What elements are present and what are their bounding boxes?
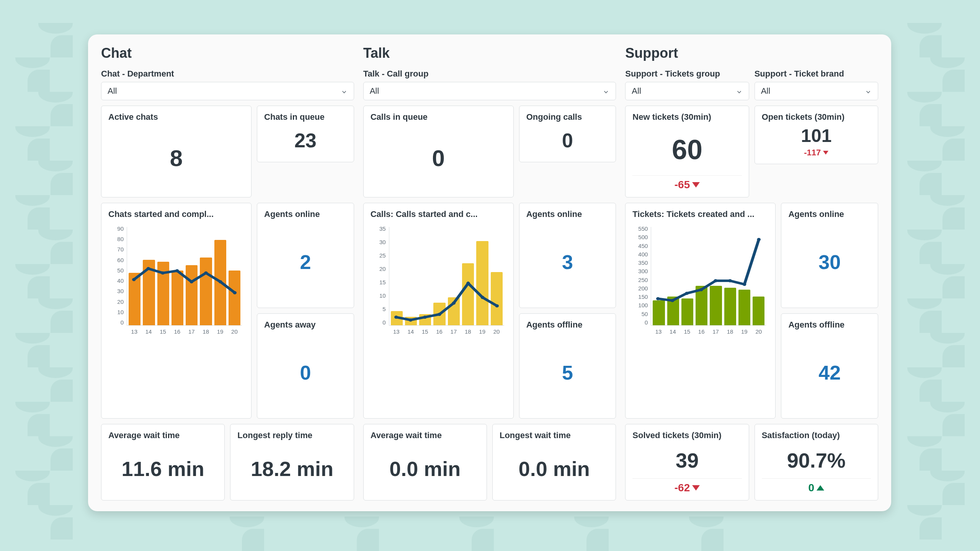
ongoing-calls-label: Ongoing calls	[526, 112, 609, 122]
talk-agents-offline-label: Agents offline	[526, 320, 609, 330]
ongoing-calls-value: 0	[526, 125, 609, 156]
chat-avg-wait-value: 11.6 min	[108, 443, 217, 494]
solved-tickets-label: Solved tickets (30min)	[632, 430, 742, 440]
support-chart-title: Tickets: Tickets created and ...	[632, 209, 768, 219]
triangle-down-icon	[692, 182, 700, 187]
talk-avg-wait-value: 0.0 min	[371, 443, 480, 494]
talk-title: Talk	[363, 45, 616, 61]
ongoing-calls-card: Ongoing calls 0	[519, 106, 616, 162]
open-tickets-delta: -117	[762, 148, 871, 158]
chat-agents-online-card: Agents online 2	[257, 203, 354, 308]
talk-filter-label: Talk - Call group	[363, 69, 616, 79]
calls-in-queue-label: Calls in queue	[371, 112, 506, 122]
chat-longest-reply-label: Longest reply time	[237, 430, 346, 440]
talk-chart-title: Calls: Calls started and c...	[371, 209, 506, 219]
chat-chart-card: Chats started and compl... 9080706050403…	[101, 203, 252, 419]
new-tickets-card: New tickets (30min) 60 -65	[625, 106, 749, 197]
chat-department-value: All	[108, 86, 117, 96]
chat-longest-reply-value: 18.2 min	[237, 443, 346, 494]
talk-chart: 353025201510501314151617181920	[371, 225, 506, 336]
open-tickets-value: 101	[762, 125, 871, 146]
support-filter2-value: All	[761, 86, 770, 96]
support-tickets-group-select[interactable]: All	[625, 82, 749, 100]
satisfaction-card: Satisfaction (today) 90.7% 0	[755, 424, 878, 500]
support-title: Support	[625, 45, 878, 61]
solved-tickets-value: 39	[632, 443, 742, 477]
talk-section: Talk Talk - Call group All Calls in queu…	[363, 45, 616, 500]
calls-in-queue-card: Calls in queue 0	[363, 106, 514, 197]
dashboard-panel: Chat Chat - Department All Active chats …	[88, 34, 891, 511]
chevron-down-icon	[603, 88, 609, 95]
talk-avg-wait-label: Average wait time	[371, 430, 480, 440]
chat-filter-label: Chat - Department	[101, 69, 354, 79]
active-chats-value: 8	[108, 125, 244, 191]
chat-agents-away-card: Agents away 0	[257, 313, 354, 419]
chat-department-select[interactable]: All	[101, 82, 354, 100]
support-agents-offline-value: 42	[788, 333, 871, 412]
talk-longest-wait-card: Longest wait time 0.0 min	[492, 424, 616, 500]
chat-agents-away-label: Agents away	[264, 320, 347, 330]
active-chats-card: Active chats 8	[101, 106, 252, 197]
support-ticket-brand-select[interactable]: All	[755, 82, 878, 100]
chats-in-queue-card: Chats in queue 23	[257, 106, 354, 162]
chat-longest-reply-card: Longest reply time 18.2 min	[230, 424, 354, 500]
support-filter1-value: All	[632, 86, 641, 96]
new-tickets-delta: -65	[632, 175, 742, 191]
support-agents-online-value: 30	[788, 222, 871, 302]
chevron-down-icon	[865, 88, 872, 95]
solved-tickets-card: Solved tickets (30min) 39 -62	[625, 424, 749, 500]
open-tickets-label: Open tickets (30min)	[762, 112, 871, 122]
talk-agents-offline-value: 5	[526, 333, 609, 412]
calls-in-queue-value: 0	[371, 125, 506, 191]
talk-longest-wait-label: Longest wait time	[500, 430, 609, 440]
chevron-down-icon	[341, 88, 348, 95]
triangle-down-icon	[692, 485, 700, 491]
support-agents-offline-card: Agents offline 42	[781, 313, 878, 419]
chat-agents-online-value: 2	[264, 222, 347, 302]
support-chart-card: Tickets: Tickets created and ... 5505004…	[625, 203, 776, 419]
chat-agents-online-label: Agents online	[264, 209, 347, 219]
chats-in-queue-label: Chats in queue	[264, 112, 347, 122]
active-chats-label: Active chats	[108, 112, 244, 122]
chat-agents-away-value: 0	[264, 333, 347, 412]
talk-agents-online-value: 3	[526, 222, 609, 302]
talk-agents-online-label: Agents online	[526, 209, 609, 219]
open-tickets-card: Open tickets (30min) 101 -117	[755, 106, 878, 164]
support-agents-online-label: Agents online	[788, 209, 871, 219]
solved-tickets-delta: -62	[632, 478, 742, 494]
talk-agents-offline-card: Agents offline 5	[519, 313, 616, 419]
talk-chart-card: Calls: Calls started and c... 3530252015…	[363, 203, 514, 419]
support-section: Support Support - Tickets group All Supp…	[625, 45, 878, 500]
satisfaction-label: Satisfaction (today)	[762, 430, 871, 440]
support-chart: 5505004504003503002502001501005001314151…	[632, 225, 768, 336]
talk-agents-online-card: Agents online 3	[519, 203, 616, 308]
chat-title: Chat	[101, 45, 354, 61]
satisfaction-value: 90.7%	[762, 443, 871, 477]
satisfaction-delta: 0	[762, 478, 871, 494]
chat-section: Chat Chat - Department All Active chats …	[101, 45, 354, 500]
triangle-up-icon	[817, 485, 824, 491]
support-agents-offline-label: Agents offline	[788, 320, 871, 330]
chat-chart-title: Chats started and compl...	[108, 209, 244, 219]
talk-avg-wait-card: Average wait time 0.0 min	[363, 424, 487, 500]
support-filter2-label: Support - Ticket brand	[755, 69, 878, 79]
new-tickets-value: 60	[632, 125, 742, 174]
talk-group-select[interactable]: All	[363, 82, 616, 100]
chat-avg-wait-card: Average wait time 11.6 min	[101, 424, 225, 500]
chats-in-queue-value: 23	[264, 125, 347, 156]
talk-group-value: All	[370, 86, 379, 96]
chevron-down-icon	[736, 88, 743, 95]
chat-avg-wait-label: Average wait time	[108, 430, 217, 440]
support-filter1-label: Support - Tickets group	[625, 69, 749, 79]
new-tickets-label: New tickets (30min)	[632, 112, 742, 122]
talk-longest-wait-value: 0.0 min	[500, 443, 609, 494]
chat-chart: 90807060504030201001314151617181920	[108, 225, 244, 336]
support-agents-online-card: Agents online 30	[781, 203, 878, 308]
triangle-down-icon	[823, 151, 828, 155]
